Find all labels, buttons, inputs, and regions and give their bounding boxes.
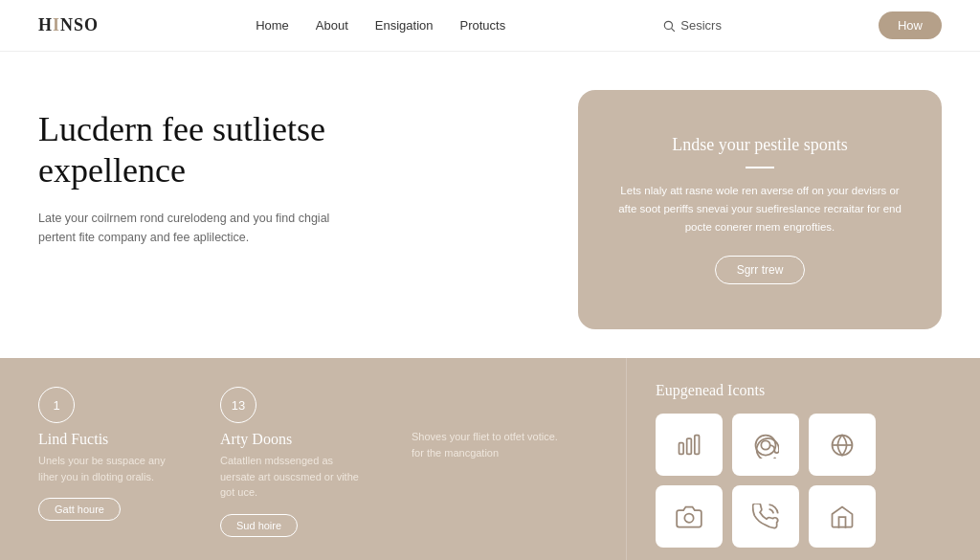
svg-rect-3 — [687, 438, 692, 454]
icon-card-bar-chart — [656, 414, 723, 476]
svg-point-0 — [665, 21, 673, 29]
icons-grid — [656, 414, 951, 548]
nav-protucts[interactable]: Protucts — [460, 18, 506, 33]
logo: HINSO — [38, 15, 99, 35]
stat-3: Shoves your fliet to otfet votice. for t… — [412, 387, 565, 537]
nav-links: Home About Ensigation Protucts — [256, 18, 505, 33]
svg-rect-4 — [695, 435, 700, 454]
nav-home[interactable]: Home — [256, 18, 289, 33]
icons-section: Eupgenead Iconts — [626, 358, 980, 560]
stats-list: 1 Lind Fuctis Unels your be suspace any … — [38, 387, 588, 537]
home-icon — [829, 504, 856, 530]
hero-card-text: Lets nlaly att rasne wole ren averse off… — [616, 182, 903, 236]
stat-1-title: Lind Fuctis — [38, 431, 108, 448]
stat-3-desc: Shoves your fliet to otfet votice. for t… — [412, 429, 565, 460]
nav-ensigation[interactable]: Ensigation — [375, 18, 434, 33]
stat-1-circle: 1 — [38, 387, 75, 423]
icon-card-home — [809, 485, 876, 548]
svg-rect-2 — [679, 442, 684, 454]
hero-title: Lucdern fee sutlietse expellence — [38, 109, 402, 191]
search-icon — [662, 19, 676, 33]
stat-1-button[interactable]: Gatt houre — [38, 498, 121, 521]
hero-card-button[interactable]: Sgrr trew — [715, 256, 806, 284]
hero-subtitle: Late your coilrnem rond curelodeng and y… — [38, 209, 345, 247]
stat-2: 13 Arty Doons Catatllen mdssenged as uer… — [220, 387, 364, 537]
stat-2-circle: 13 — [220, 387, 256, 423]
at-sign-icon — [752, 432, 779, 459]
icon-card-globe — [809, 414, 876, 476]
hero-card-divider — [746, 167, 774, 168]
globe-icon — [829, 432, 856, 459]
nav-search[interactable]: Sesicrs — [662, 18, 722, 33]
icon-card-at-sign — [732, 414, 799, 476]
phone-call-icon — [752, 504, 779, 530]
stats-section: 1 Lind Fuctis Unels your be suspace any … — [0, 358, 626, 560]
bottom-section: 1 Lind Fuctis Unels your be suspace any … — [0, 358, 980, 560]
svg-point-9 — [684, 513, 693, 522]
stat-2-desc: Catatllen mdssenged as uersate art ouscs… — [220, 453, 364, 501]
search-label: Sesicrs — [680, 18, 722, 33]
svg-point-5 — [761, 440, 769, 449]
camera-icon — [676, 504, 702, 530]
stat-1: 1 Lind Fuctis Unels your be suspace any … — [38, 387, 182, 537]
hero-section: Lucdern fee sutlietse expellence Late yo… — [0, 52, 980, 358]
hero-left: Lucdern fee sutlietse expellence Late yo… — [38, 90, 402, 247]
nav-about[interactable]: About — [316, 18, 348, 33]
icon-card-phone-call — [732, 485, 799, 548]
svg-line-1 — [672, 28, 675, 31]
logo-accent: I — [53, 15, 60, 34]
hero-card-title: Lndse your pestile sponts — [672, 135, 847, 155]
navigation: HINSO Home About Ensigation Protucts Ses… — [0, 0, 980, 52]
stat-2-button[interactable]: Sud hoire — [220, 514, 298, 537]
icon-card-camera — [656, 485, 723, 548]
hero-card: Lndse your pestile sponts Lets nlaly att… — [578, 90, 942, 329]
nav-button[interactable]: How — [879, 11, 942, 39]
stat-1-desc: Unels your be suspace any liher you in d… — [38, 453, 182, 484]
bar-chart-icon — [676, 432, 702, 459]
stat-2-title: Arty Doons — [220, 431, 292, 448]
icons-title: Eupgenead Iconts — [656, 382, 951, 399]
